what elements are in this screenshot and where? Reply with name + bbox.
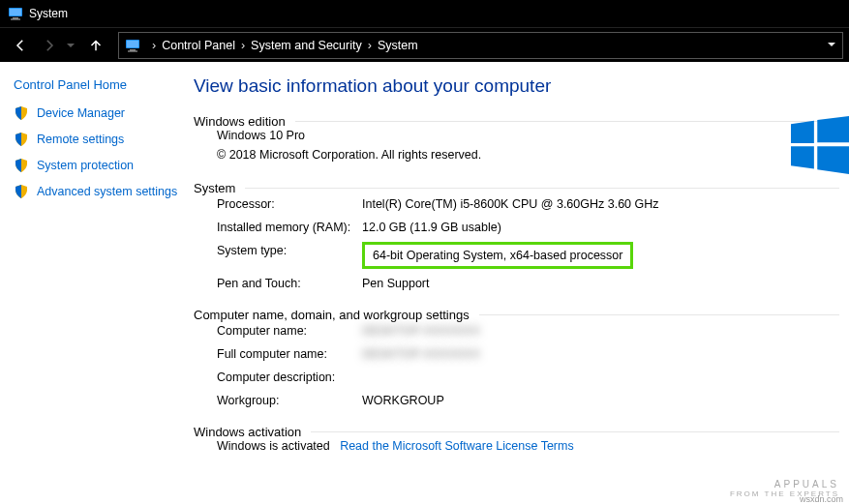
windows-copyright: © 2018 Microsoft Corporation. All rights… [217, 148, 839, 162]
svg-rect-6 [130, 49, 136, 51]
title-bar: System [0, 0, 849, 27]
divider [311, 431, 839, 432]
recent-dropdown[interactable] [64, 31, 77, 60]
svg-rect-1 [10, 9, 21, 15]
highlighted-system-type: 64-bit Operating System, x64-based proce… [362, 242, 633, 269]
label: Computer name: [217, 322, 362, 340]
shield-icon [14, 132, 29, 147]
page-heading: View basic information about your comput… [194, 75, 839, 97]
label: Workgroup: [217, 392, 362, 409]
up-button[interactable] [81, 31, 110, 60]
forward-button[interactable] [35, 31, 64, 60]
shield-icon [14, 158, 29, 173]
value: Pen Support [362, 275, 839, 292]
window-title: System [29, 7, 68, 20]
breadcrumb-system[interactable]: System [378, 39, 418, 52]
shield-icon [14, 105, 29, 121]
sidebar-item-label: Device Manager [37, 106, 125, 120]
label: Pen and Touch: [217, 275, 362, 292]
windows-logo-icon [791, 116, 849, 174]
control-panel-home-link[interactable]: Control Panel Home [14, 77, 184, 92]
breadcrumb-control-panel[interactable]: Control Panel [162, 39, 235, 52]
value-blurred: DESKTOP-XXXXXXX [362, 345, 839, 363]
chevron-right-icon[interactable]: › [368, 39, 372, 52]
sidebar-item-remote-settings[interactable]: Remote settings [14, 132, 184, 147]
label: Installed memory (RAM): [217, 219, 362, 236]
watermark-brand: APPUALS [774, 479, 839, 489]
license-terms-link[interactable]: Read the Microsoft Software License Term… [340, 439, 574, 453]
row-computer-name: Computer name: DESKTOP-XXXXXXX [217, 322, 839, 340]
divider [479, 314, 839, 315]
windows-product: Windows 10 Pro [217, 129, 839, 142]
svg-rect-3 [11, 19, 20, 20]
value: WORKGROUP [362, 392, 839, 409]
sidebar-item-advanced-system-settings[interactable]: Advanced system settings [14, 184, 184, 199]
section-title: Computer name, domain, and workgroup set… [194, 308, 470, 322]
content: Control Panel Home Device Manager Remote… [0, 62, 849, 504]
section-title: Windows edition [194, 114, 286, 129]
label: Full computer name: [217, 345, 362, 363]
sidebar-item-system-protection[interactable]: System protection [14, 158, 184, 173]
section-title: Windows activation [194, 425, 301, 439]
sidebar-item-label: System protection [37, 159, 134, 172]
divider [245, 188, 839, 189]
activation-line: Windows is activated Read the Microsoft … [217, 439, 839, 453]
system-icon [8, 6, 23, 21]
value [362, 369, 839, 386]
back-button[interactable] [6, 31, 35, 60]
section-system: System Processor: Intel(R) Core(TM) i5-8… [194, 181, 839, 292]
row-pen-touch: Pen and Touch: Pen Support [217, 275, 839, 292]
address-dropdown-icon[interactable] [827, 39, 836, 52]
row-computer-description: Computer description: [217, 369, 839, 386]
activation-status: Windows is activated [217, 439, 330, 453]
row-system-type: System type: 64-bit Operating System, x6… [217, 242, 839, 269]
section-windows-edition: Windows edition Windows 10 Pro © 2018 Mi… [194, 114, 839, 162]
address-bar[interactable]: › Control Panel › System and Security › … [118, 32, 843, 59]
row-workgroup: Workgroup: WORKGROUP [217, 392, 839, 409]
label: Computer description: [217, 369, 362, 386]
section-computer-name: Computer name, domain, and workgroup set… [194, 308, 839, 409]
toolbar: › Control Panel › System and Security › … [0, 27, 849, 62]
label: System type: [217, 242, 362, 269]
breadcrumb-system-security[interactable]: System and Security [251, 39, 362, 52]
row-processor: Processor: Intel(R) Core(TM) i5-8600K CP… [217, 195, 839, 213]
section-activation: Windows activation Windows is activated … [194, 425, 839, 453]
svg-rect-2 [13, 17, 18, 19]
sidebar-item-device-manager[interactable]: Device Manager [14, 105, 184, 121]
row-full-computer-name: Full computer name: DESKTOP-XXXXXXX [217, 345, 839, 363]
svg-rect-7 [128, 50, 137, 51]
monitor-icon [125, 38, 140, 53]
section-title: System [194, 181, 235, 195]
shield-icon [14, 184, 29, 199]
value: 12.0 GB (11.9 GB usable) [362, 219, 839, 236]
value: Intel(R) Core(TM) i5-8600K CPU @ 3.60GHz… [362, 195, 839, 213]
row-ram: Installed memory (RAM): 12.0 GB (11.9 GB… [217, 219, 839, 236]
svg-rect-5 [127, 41, 138, 47]
divider [295, 121, 839, 122]
label: Processor: [217, 195, 362, 213]
chevron-right-icon[interactable]: › [152, 39, 156, 52]
source-site: wsxdn.com [800, 494, 843, 504]
value-blurred: DESKTOP-XXXXXXX [362, 322, 839, 340]
value: 64-bit Operating System, x64-based proce… [362, 242, 839, 269]
sidebar-item-label: Advanced system settings [37, 185, 177, 198]
sidebar: Control Panel Home Device Manager Remote… [0, 62, 194, 504]
chevron-right-icon[interactable]: › [241, 39, 245, 52]
main-panel: View basic information about your comput… [194, 62, 849, 504]
sidebar-item-label: Remote settings [37, 133, 124, 146]
